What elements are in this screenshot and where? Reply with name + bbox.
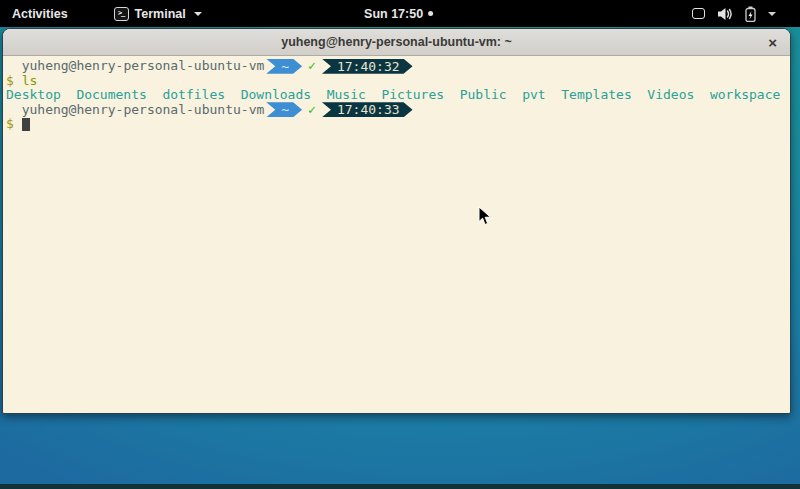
exit-status-check-icon: ✓ [308, 59, 316, 74]
directory-name: dotfiles [162, 88, 225, 103]
directory-name: Videos [647, 88, 694, 103]
window-title: yuheng@henry-personal-ubuntu-vm: ~ [281, 35, 512, 49]
directory-name: pvt [522, 88, 545, 103]
window-titlebar[interactable]: yuheng@henry-personal-ubuntu-vm: ~ × [3, 29, 790, 56]
system-status-menu[interactable] [692, 0, 776, 27]
mouse-pointer-icon [478, 206, 492, 226]
terminal-window: yuheng@henry-personal-ubuntu-vm: ~ × yuh… [2, 28, 791, 414]
typed-command: ls [22, 74, 38, 89]
chevron-down-icon [768, 12, 776, 16]
text-cursor [22, 118, 30, 131]
clock-button[interactable]: Sun 17:50 [364, 0, 433, 27]
app-menu-label: Terminal [135, 7, 186, 21]
terminal-output-area[interactable]: yuheng@henry-personal-ubuntu-vm ~ ✓ 17:4… [3, 56, 790, 413]
powerline-time-segment: 17:40:33 [322, 102, 413, 117]
exit-status-check-icon: ✓ [308, 103, 316, 118]
app-menu-terminal[interactable]: >_ Terminal [108, 0, 208, 27]
ls-output-line: Desktop Documents dotfiles Downloads Mus… [6, 88, 787, 103]
prompt-dollar: $ [6, 117, 14, 132]
directory-name: Documents [76, 88, 146, 103]
prompt-user-host: yuheng@henry-personal-ubuntu-vm [6, 59, 264, 74]
prompt-user-host: yuheng@henry-personal-ubuntu-vm [6, 103, 264, 118]
terminal-icon: >_ [114, 7, 129, 21]
activities-button[interactable]: Activities [0, 0, 80, 27]
directory-name: workspace [710, 88, 780, 103]
directory-name: Pictures [381, 88, 444, 103]
command-line: $ ls [6, 74, 787, 89]
desktop-bottom-edge [0, 484, 800, 489]
directory-name: Desktop [6, 88, 61, 103]
directory-name: Public [460, 88, 507, 103]
directory-name: Templates [561, 88, 631, 103]
volume-icon [717, 7, 733, 21]
powerline-path-segment: ~ [266, 102, 302, 117]
notification-dot-icon [428, 11, 433, 16]
powerline-path-segment: ~ [266, 59, 302, 74]
prompt-dollar: $ [6, 74, 14, 89]
clock-label: Sun 17:50 [364, 7, 423, 21]
prompt-line-1: yuheng@henry-personal-ubuntu-vm ~ ✓ 17:4… [6, 59, 787, 74]
close-button[interactable]: × [768, 29, 777, 55]
top-bar: Activities >_ Terminal Sun 17:50 [0, 0, 800, 27]
prompt-line-2: yuheng@henry-personal-ubuntu-vm ~ ✓ 17:4… [6, 103, 787, 118]
directory-name: Music [327, 88, 366, 103]
display-icon [692, 8, 705, 19]
battery-charging-icon [745, 6, 756, 22]
directory-name: Downloads [241, 88, 311, 103]
chevron-down-icon [194, 12, 202, 16]
activities-label: Activities [12, 7, 68, 21]
powerline-time-segment: 17:40:32 [322, 59, 413, 74]
input-line[interactable]: $ [6, 117, 787, 132]
